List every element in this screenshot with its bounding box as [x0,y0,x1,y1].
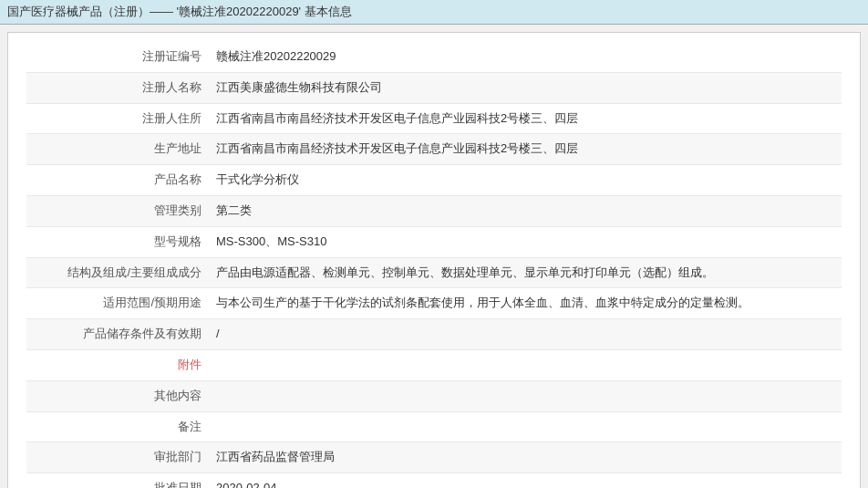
field-label: 结构及组成/主要组成成分 [26,257,209,288]
field-value: MS-S300、MS-S310 [209,226,842,257]
info-table: 注册证编号赣械注准20202220029注册人名称江西美康盛德生物科技有限公司注… [26,42,842,488]
field-value: 赣械注准20202220029 [209,42,842,72]
field-label: 管理类别 [26,195,209,226]
table-row: 适用范围/预期用途与本公司生产的基于干化学法的试剂条配套使用，用于人体全血、血清… [26,288,842,319]
table-row: 管理类别第二类 [26,195,842,226]
field-value [209,380,842,411]
field-value: 江西美康盛德生物科技有限公司 [209,72,842,103]
field-value: 江西省南昌市南昌经济技术开发区电子信息产业园科技2号楼三、四层 [209,103,842,134]
field-label: 注册人住所 [26,103,209,134]
field-label: 备注 [26,411,209,442]
table-row: 备注 [26,411,842,442]
field-label: 其他内容 [26,380,209,411]
table-row: 结构及组成/主要组成成分产品由电源适配器、检测单元、控制单元、数据处理单元、显示… [26,257,842,288]
field-label: 适用范围/预期用途 [26,288,209,319]
table-row: 注册人住所江西省南昌市南昌经济技术开发区电子信息产业园科技2号楼三、四层 [26,103,842,134]
field-label: 生产地址 [26,134,209,165]
field-value: 2020-02-04 [209,473,842,488]
field-label: 附件 [26,349,209,380]
field-label: 批准日期 [26,473,209,488]
field-value [209,411,842,442]
table-row: 批准日期2020-02-04 [26,473,842,488]
table-row: 产品名称干式化学分析仪 [26,165,842,196]
table-row: 型号规格MS-S300、MS-S310 [26,226,842,257]
main-content: 注册证编号赣械注准20202220029注册人名称江西美康盛德生物科技有限公司注… [7,32,861,488]
field-value: 江西省药品监督管理局 [209,442,842,473]
title-bar: 国产医疗器械产品（注册）—— '赣械注准20202220029' 基本信息 [0,0,868,25]
field-label: 产品名称 [26,165,209,196]
field-label: 产品储存条件及有效期 [26,319,209,350]
field-label: 审批部门 [26,442,209,473]
table-row: 注册人名称江西美康盛德生物科技有限公司 [26,72,842,103]
field-value: 干式化学分析仪 [209,165,842,196]
table-row: 生产地址江西省南昌市南昌经济技术开发区电子信息产业园科技2号楼三、四层 [26,134,842,165]
field-label: 型号规格 [26,226,209,257]
field-label: 注册证编号 [26,42,209,72]
field-value [209,349,842,380]
table-row: 审批部门江西省药品监督管理局 [26,442,842,473]
field-value: / [209,319,842,350]
table-row: 注册证编号赣械注准20202220029 [26,42,842,72]
field-label: 注册人名称 [26,72,209,103]
field-value: 第二类 [209,195,842,226]
title-text: 国产医疗器械产品（注册）—— '赣械注准20202220029' 基本信息 [7,4,352,20]
table-row: 产品储存条件及有效期/ [26,319,842,350]
field-value: 与本公司生产的基于干化学法的试剂条配套使用，用于人体全血、血清、血浆中特定成分的… [209,288,842,319]
table-row: 其他内容 [26,380,842,411]
table-row: 附件 [26,349,842,380]
field-value: 江西省南昌市南昌经济技术开发区电子信息产业园科技2号楼三、四层 [209,134,842,165]
field-value: 产品由电源适配器、检测单元、控制单元、数据处理单元、显示单元和打印单元（选配）组… [209,257,842,288]
